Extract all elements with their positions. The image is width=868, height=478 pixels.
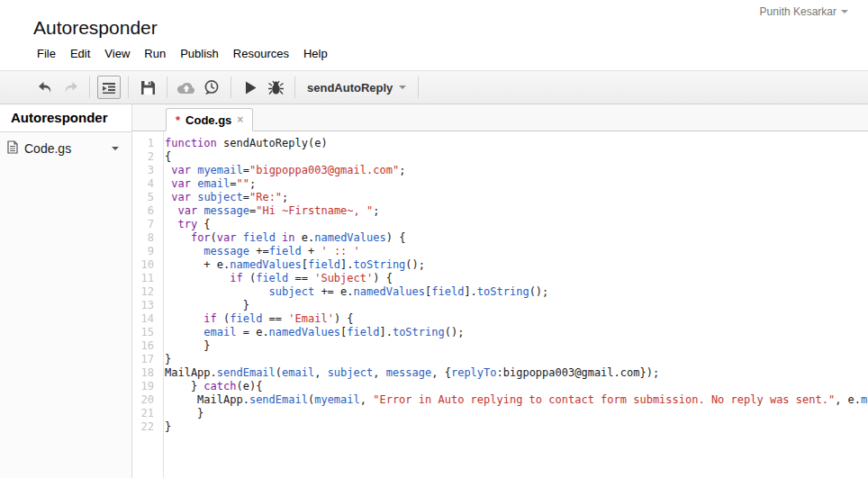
code-line-5: 5 var subject="Re:"; <box>132 191 868 204</box>
menu-bar: FileEditViewRunPublishResourcesHelp <box>30 45 335 62</box>
menu-resources[interactable]: Resources <box>226 45 296 62</box>
publish-cloud-button[interactable] <box>175 76 198 99</box>
line-content: { <box>158 150 171 164</box>
function-selector-label: sendAutoReply <box>307 81 393 95</box>
line-number: 10 <box>132 258 158 272</box>
history-clock-icon <box>203 79 220 95</box>
line-number: 21 <box>132 407 158 420</box>
line-number: 18 <box>132 366 158 380</box>
line-content: + e.namedValues[field].toString(); <box>158 258 425 272</box>
line-content: function sendAutoReply(e) <box>158 137 328 150</box>
line-content: if (field == 'Subject') { <box>158 272 393 285</box>
code-line-3: 3 var myemail="bigpoppa003@gmail.com"; <box>132 164 868 177</box>
line-number: 22 <box>132 420 158 434</box>
menu-file[interactable]: File <box>30 45 63 62</box>
indent-button[interactable] <box>97 76 121 99</box>
toolbar-separator <box>128 77 129 98</box>
line-content: MailApp.sendEmail(myemail, "Error in Aut… <box>158 393 868 407</box>
line-content: email = e.namedValues[field].toString(); <box>158 326 464 339</box>
code-line-22: 22} <box>132 420 868 434</box>
file-label: Code.gs <box>24 141 71 156</box>
user-account-menu[interactable]: Punith Kesarkar <box>760 5 848 18</box>
unsaved-indicator: * <box>176 113 180 127</box>
line-content: MailApp.sendEmail(email, subject, messag… <box>158 366 659 380</box>
sidebar-project-name: Autoresponder <box>0 104 131 132</box>
file-icon <box>7 140 18 157</box>
code-line-18: 18MailApp.sendEmail(email, subject, mess… <box>132 366 868 380</box>
menu-run[interactable]: Run <box>137 45 173 62</box>
line-number: 4 <box>132 177 158 191</box>
debug-button[interactable] <box>264 76 287 99</box>
tab-close-icon[interactable]: × <box>237 113 243 126</box>
menu-view[interactable]: View <box>97 45 137 62</box>
chevron-down-icon <box>841 10 848 14</box>
file-menu-chevron-icon[interactable] <box>112 147 119 150</box>
line-number: 3 <box>132 164 158 177</box>
code-line-11: 11 if (field == 'Subject') { <box>132 272 868 285</box>
line-number: 14 <box>132 312 158 326</box>
menu-publish[interactable]: Publish <box>173 45 226 62</box>
code-line-6: 6 var message="Hi ~Firstname~, "; <box>132 204 868 218</box>
chevron-down-icon <box>399 86 406 89</box>
line-content: if (field == 'Email') { <box>158 312 354 326</box>
line-number: 17 <box>132 353 158 366</box>
line-number: 1 <box>132 137 158 150</box>
code-line-9: 9 message +=field + ' :: ' <box>132 245 868 258</box>
main-area: Autoresponder Code.gs * Code.gs × <box>0 104 868 478</box>
line-number: 13 <box>132 299 158 312</box>
code-line-21: 21 } <box>132 407 868 420</box>
apps-script-editor: Punith Kesarkar Autoresponder FileEditVi… <box>0 0 868 478</box>
run-button[interactable] <box>239 76 262 99</box>
redo-icon <box>62 81 79 94</box>
line-number: 11 <box>132 272 158 285</box>
toolbar-separator <box>167 77 167 98</box>
code-line-14: 14 if (field == 'Email') { <box>132 312 868 326</box>
menu-help[interactable]: Help <box>296 45 335 62</box>
line-number: 16 <box>132 339 158 353</box>
line-content: } <box>158 420 171 434</box>
line-content: } catch(e){ <box>158 380 262 393</box>
files-sidebar: Autoresponder Code.gs <box>0 104 132 478</box>
code-line-13: 13 } <box>132 299 868 312</box>
line-content: var myemail="bigpoppa003@gmail.com"; <box>158 164 405 177</box>
sidebar-file-codegs[interactable]: Code.gs <box>0 132 131 165</box>
code-editor[interactable]: 1function sendAutoReply(e)2{3 var myemai… <box>132 131 868 478</box>
line-content: } <box>158 407 203 420</box>
line-content: message +=field + ' :: ' <box>158 245 360 258</box>
line-number: 15 <box>132 326 158 339</box>
history-button[interactable] <box>200 76 223 99</box>
line-content: for(var field in e.namedValues) { <box>158 231 405 245</box>
line-content: try { <box>158 218 211 231</box>
line-content: } <box>158 339 211 353</box>
undo-icon <box>37 81 54 94</box>
line-number: 12 <box>132 285 158 299</box>
project-title[interactable]: Autoresponder <box>33 17 158 39</box>
function-selector-dropdown[interactable]: sendAutoReply <box>307 81 406 95</box>
line-number: 5 <box>132 191 158 204</box>
code-line-15: 15 email = e.namedValues[field].toString… <box>132 326 868 339</box>
indent-icon <box>102 82 116 94</box>
code-line-8: 8 for(var field in e.namedValues) { <box>132 231 868 245</box>
line-number: 20 <box>132 393 158 407</box>
line-number: 19 <box>132 380 158 393</box>
line-content: } <box>158 353 171 366</box>
code-line-17: 17} <box>132 353 868 366</box>
code-line-19: 19 } catch(e){ <box>132 380 868 393</box>
tab-codegs[interactable]: * Code.gs × <box>166 108 253 131</box>
toolbar-separator <box>418 77 419 98</box>
save-button[interactable] <box>136 76 159 99</box>
code-line-7: 7 try { <box>132 218 868 231</box>
code-line-2: 2{ <box>132 150 868 164</box>
menu-edit[interactable]: Edit <box>63 45 97 62</box>
toolbar-separator <box>89 77 90 98</box>
debug-bug-icon <box>267 80 285 95</box>
line-number: 2 <box>132 150 158 164</box>
tab-label: Code.gs <box>185 113 231 127</box>
save-icon <box>140 80 156 95</box>
undo-button[interactable] <box>33 76 57 99</box>
header: Punith Kesarkar Autoresponder FileEditVi… <box>0 0 868 70</box>
toolbar-separator <box>231 77 231 98</box>
line-content: subject += e.namedValues[field].toString… <box>158 285 548 299</box>
cloud-upload-icon <box>176 81 196 95</box>
redo-button[interactable] <box>59 76 82 99</box>
